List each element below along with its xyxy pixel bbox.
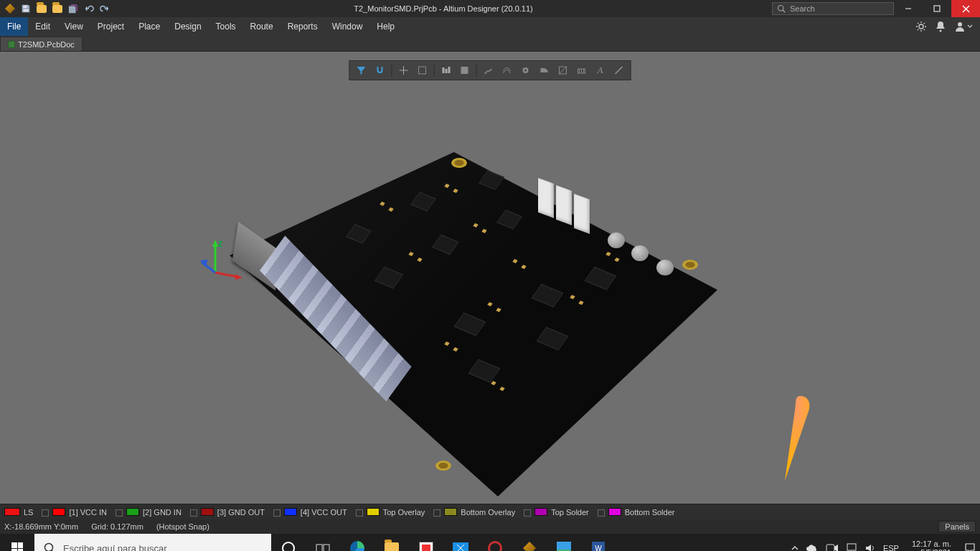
taskbar-app-opera[interactable] xyxy=(478,534,512,551)
svg-rect-15 xyxy=(446,69,448,73)
svg-text:Z: Z xyxy=(218,240,222,248)
notifications-bell-icon[interactable] xyxy=(936,21,946,32)
layer-top-overlay[interactable]: Top Overlay xyxy=(356,508,425,517)
menu-help[interactable]: Help xyxy=(369,17,402,36)
action-center-icon[interactable] xyxy=(964,542,976,551)
polygon-icon[interactable] xyxy=(536,62,553,78)
route-track-icon[interactable] xyxy=(480,62,497,78)
layer-toggle-icon[interactable] xyxy=(524,509,531,517)
window-title: T2_MonitorSMD.PrjPcb - Altium Designer (… xyxy=(115,4,772,13)
svg-point-34 xyxy=(45,544,53,552)
cortana-icon[interactable] xyxy=(271,534,306,551)
close-button[interactable] xyxy=(951,0,980,17)
menu-edit[interactable]: Edit xyxy=(28,17,57,36)
taskbar-app-altium[interactable] xyxy=(512,534,547,551)
dimension-icon[interactable] xyxy=(555,62,572,78)
layer-label: Top Solder xyxy=(551,508,589,517)
pcb-3d-viewport[interactable]: A Z xyxy=(0,52,980,504)
svg-rect-36 xyxy=(316,545,322,551)
menu-reports[interactable]: Reports xyxy=(281,17,325,36)
layer-label: Bottom Overlay xyxy=(461,508,515,517)
panels-button[interactable]: Panels xyxy=(938,521,976,532)
start-button[interactable] xyxy=(0,534,34,551)
pcbdoc-icon xyxy=(8,41,15,48)
layer-swatch xyxy=(201,508,214,516)
svg-point-2 xyxy=(778,6,784,11)
user-account-icon[interactable] xyxy=(954,21,973,32)
menu-route[interactable]: Route xyxy=(243,17,281,36)
tray-onedrive-icon[interactable] xyxy=(806,544,819,551)
layer-toggle-icon[interactable] xyxy=(598,509,605,517)
document-tab[interactable]: T2SMD.PcbDoc xyxy=(0,37,83,51)
tray-clock[interactable]: 12:17 a. m. 5/5/2021 xyxy=(906,540,957,551)
place-crosshair-icon[interactable] xyxy=(395,62,413,78)
svg-rect-1 xyxy=(24,9,29,12)
filter-icon[interactable] xyxy=(353,62,370,78)
highlight-net-icon[interactable] xyxy=(456,62,473,78)
layer-set-icon[interactable] xyxy=(573,62,590,78)
undo-icon[interactable] xyxy=(83,3,95,14)
layer-gnd-in[interactable]: [2] GND IN xyxy=(116,508,182,517)
place-line-icon[interactable] xyxy=(611,62,628,78)
tray-language[interactable]: ESP xyxy=(883,544,899,551)
task-view-icon[interactable] xyxy=(306,534,340,551)
save-all-icon[interactable] xyxy=(67,3,79,14)
taskbar-app-photos[interactable] xyxy=(547,534,581,551)
taskbar-app-mail[interactable] xyxy=(443,534,478,551)
layer-toggle-icon[interactable] xyxy=(356,509,363,517)
tray-date: 5/5/2021 xyxy=(912,548,951,551)
diff-pair-icon[interactable] xyxy=(499,62,516,78)
svg-rect-17 xyxy=(461,67,468,74)
layer-toggle-icon[interactable] xyxy=(42,509,49,517)
maximize-button[interactable] xyxy=(923,0,951,17)
global-search[interactable]: Search xyxy=(772,2,894,15)
tray-meet-now-icon[interactable] xyxy=(826,543,839,551)
layer-top-solder[interactable]: Top Solder xyxy=(524,508,589,517)
redo-icon[interactable] xyxy=(99,3,110,14)
taskbar-search[interactable]: Escribe aquí para buscar xyxy=(34,534,271,551)
svg-rect-14 xyxy=(443,67,445,73)
menu-project[interactable]: Project xyxy=(90,17,131,36)
layer-bottom-solder[interactable]: Bottom Solder xyxy=(598,508,675,517)
svg-line-21 xyxy=(560,67,567,74)
taskbar-app-explorer[interactable] xyxy=(374,534,409,551)
align-icon[interactable] xyxy=(438,62,455,78)
layer-toggle-icon[interactable] xyxy=(273,509,281,517)
menu-view[interactable]: View xyxy=(57,17,90,36)
settings-gear-icon[interactable] xyxy=(915,21,927,32)
status-grid: Grid: 0.127mm xyxy=(91,522,143,531)
taskbar-app-store[interactable] xyxy=(409,534,443,551)
menu-design[interactable]: Design xyxy=(167,17,208,36)
menu-place[interactable]: Place xyxy=(131,17,167,36)
menu-tools[interactable]: Tools xyxy=(209,17,243,36)
search-icon xyxy=(777,4,786,13)
layer-toggle-icon[interactable] xyxy=(433,509,440,517)
layer-toggle-icon[interactable] xyxy=(190,509,197,517)
menu-file[interactable]: File xyxy=(0,17,28,36)
status-bar: X:-18.669mm Y:0mm Grid: 0.127mm (Hotspot… xyxy=(0,519,980,534)
tray-network-icon[interactable] xyxy=(846,543,857,551)
open-folder-icon[interactable] xyxy=(36,3,47,14)
light-direction-icon[interactable] xyxy=(772,396,829,482)
layer-toggle-icon[interactable] xyxy=(116,509,123,517)
tray-overflow-icon[interactable] xyxy=(791,545,798,551)
via-icon[interactable] xyxy=(517,62,534,78)
taskbar-app-word[interactable]: W xyxy=(581,534,616,551)
layer-ls[interactable]: LS xyxy=(4,508,33,517)
save-icon[interactable] xyxy=(20,3,32,14)
layer-vcc-in[interactable]: [1] VCC IN xyxy=(42,508,107,517)
menu-right-cluster xyxy=(915,21,980,32)
open-project-icon[interactable] xyxy=(52,3,63,14)
menu-window[interactable]: Window xyxy=(325,17,370,36)
layer-gnd-out[interactable]: [3] GND OUT xyxy=(190,508,265,517)
taskbar-app-edge[interactable] xyxy=(340,534,374,551)
tray-volume-icon[interactable] xyxy=(864,543,876,551)
minimize-button[interactable] xyxy=(894,0,923,17)
layer-bottom-overlay[interactable]: Bottom Overlay xyxy=(433,508,515,517)
layer-label: Bottom Solder xyxy=(625,508,675,517)
layer-vcc-out[interactable]: [4] VCC OUT xyxy=(273,508,347,517)
search-icon xyxy=(43,542,56,551)
snap-magnet-icon[interactable] xyxy=(372,62,389,78)
select-rect-icon[interactable] xyxy=(414,62,431,78)
place-text-icon[interactable]: A xyxy=(592,62,609,78)
